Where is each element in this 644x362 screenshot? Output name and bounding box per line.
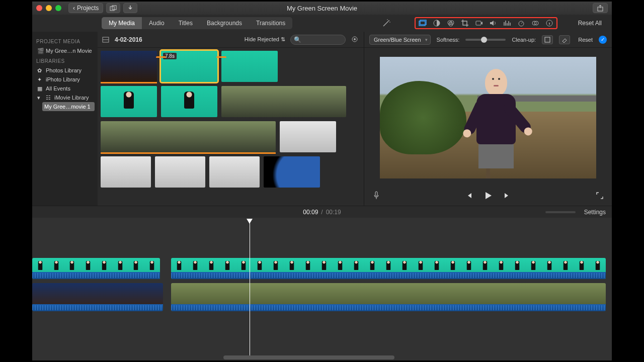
clip-thumbnail[interactable] [101,121,276,152]
clip-thumbnail[interactable] [209,156,260,188]
softness-label: Softness: [437,37,460,43]
video-overlay-icon[interactable] [419,19,427,27]
transport-controls [364,186,612,206]
timeline-zoom-slider[interactable] [545,211,576,213]
timecode-row: 00:09 / 00:19 Settings [32,206,612,218]
clip-thumbnail[interactable] [101,51,157,82]
sidebar-event-selected[interactable]: My Gree…movie 1 [42,102,95,111]
volume-icon[interactable] [489,19,497,27]
overlay-apply-check[interactable]: ✓ [599,36,607,44]
sidebar-photos-library[interactable]: ✿Photos Library [35,66,95,75]
clip-thumbnail[interactable] [101,156,151,188]
download-button[interactable] [123,3,137,13]
clip-thumbnail[interactable] [221,51,278,82]
browser-settings-button[interactable] [351,35,360,44]
clip-audio-waveform [32,304,163,311]
noise-reduction-icon[interactable] [503,19,511,27]
clip-thumbnail[interactable] [264,156,320,188]
window-controls [36,5,61,11]
softness-slider[interactable] [465,39,506,41]
import-media-button[interactable] [106,3,120,13]
color-correct-icon[interactable] [447,19,455,27]
cleanup-label: Clean-up: [512,37,536,43]
cleanup-erase-button[interactable] [559,35,570,44]
clip-audio-waveform [171,304,606,311]
clip-thumbnail-selected[interactable]: 7.8s [161,51,217,82]
timeline-clip-overlay-1[interactable] [32,258,160,279]
effects-icon[interactable] [531,19,539,27]
enhance-wand-button[interactable] [380,17,392,29]
search-input[interactable]: 🔍 [290,35,346,45]
overlay-reset-button[interactable]: Reset [578,37,593,43]
next-button[interactable] [502,191,512,201]
fullscreen-window-button[interactable] [55,5,61,11]
list-view-toggle[interactable] [102,36,110,43]
reset-all-button[interactable]: Reset All [574,18,606,29]
sidebar-iphoto-library[interactable]: ✦iPhoto Library [35,75,95,84]
share-button[interactable] [593,3,608,13]
clip-audio-waveform [171,272,606,279]
sidebar: PROJECT MEDIA 🎬 My Gree…n Movie LIBRARIE… [32,32,98,206]
library-icon: ☷ [46,95,52,101]
svg-rect-12 [476,21,481,25]
flower-icon: ✿ [37,67,43,73]
voiceover-mic-button[interactable] [371,191,381,201]
preview-video[interactable] [380,57,596,178]
timeline-clip-primary-2[interactable] [171,283,606,311]
chevron-left-icon: ‹ [73,5,75,12]
projects-back-button[interactable]: ‹ Projects [68,3,103,13]
info-icon[interactable] [545,19,553,27]
viewer-canvas [364,48,612,186]
svg-point-5 [389,22,390,23]
preview-fg-person [471,69,521,169]
content-tabs-row: My Media Audio Titles Backgrounds Transi… [32,15,612,32]
sidebar-project-item[interactable]: 🎬 My Gree…n Movie [35,46,95,55]
tab-my-media[interactable]: My Media [102,17,142,29]
sidebar-all-events[interactable]: ▦All Events [35,84,95,93]
grid-icon: ▦ [37,85,43,92]
tab-audio[interactable]: Audio [142,17,172,29]
timeline-clip-overlay-2[interactable] [171,258,606,279]
minimize-window-button[interactable] [46,5,52,11]
prev-button[interactable] [464,191,474,201]
svg-point-19 [354,38,356,40]
adjustments-toolbar [415,17,557,29]
clip-thumbnail[interactable] [155,156,205,188]
clip-audio-waveform [32,272,160,279]
cleanup-crop-button[interactable] [542,35,553,44]
sidebar-imovie-library[interactable]: ▾☷iMovie Library [35,93,95,102]
clip-thumbnail[interactable] [280,121,336,152]
speed-icon[interactable] [517,19,525,27]
timecode-duration: 00:19 [326,209,341,216]
fullscreen-button[interactable] [595,191,605,201]
playhead[interactable] [250,220,250,355]
clip-thumbnail[interactable] [221,86,346,117]
tab-backgrounds[interactable]: Backgrounds [200,17,249,29]
timeline-settings-button[interactable]: Settings [584,209,606,216]
tab-titles[interactable]: Titles [172,17,200,29]
sidebar-heading-project: PROJECT MEDIA [36,39,95,44]
color-balance-icon[interactable] [433,19,441,27]
event-date: 4-02-2016 [115,36,142,43]
star-icon: ✦ [37,76,43,82]
crop-icon[interactable] [461,19,469,27]
overlay-mode-dropdown[interactable]: Green/Blue Screen [369,35,431,45]
timeline[interactable] [32,218,612,360]
upper-pane: PROJECT MEDIA 🎬 My Gree…n Movie LIBRARIE… [32,32,612,206]
svg-rect-20 [545,37,550,42]
tab-transitions[interactable]: Transitions [249,17,292,29]
clip-thumbnail[interactable] [101,86,157,117]
timeline-clip-primary-1[interactable] [32,283,163,311]
timeline-scrollbar[interactable] [223,355,394,359]
sidebar-heading-libraries: LIBRARIES [36,58,95,64]
content-tabs: My Media Audio Titles Backgrounds Transi… [102,17,292,29]
projects-label: Projects [77,5,99,12]
stabilization-icon[interactable] [475,19,483,27]
media-browser: 4-02-2016 Hide Rejected ⇅ 🔍 7.8s [98,32,364,206]
viewer-pane: Green/Blue Screen Softness: Clean-up: Re… [364,32,612,206]
svg-rect-21 [375,192,377,196]
close-window-button[interactable] [36,5,42,11]
clip-thumbnail[interactable] [161,86,217,117]
browser-toolbar: 4-02-2016 Hide Rejected ⇅ 🔍 [98,32,364,48]
hide-rejected-dropdown[interactable]: Hide Rejected ⇅ [245,36,285,43]
